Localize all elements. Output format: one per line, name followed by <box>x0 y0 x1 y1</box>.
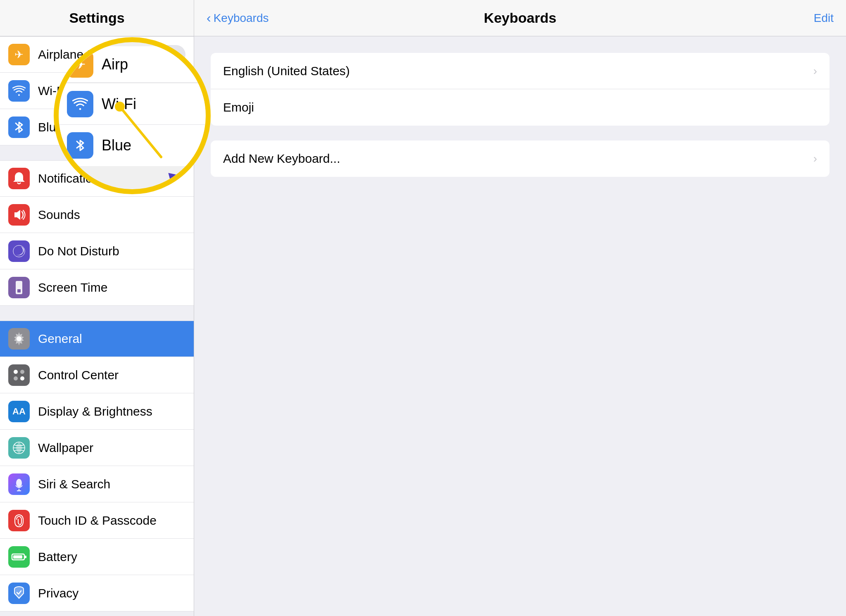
sidebar-item-controlcenter[interactable]: Control Center <box>0 357 194 393</box>
add-keyboard-item[interactable]: Add New Keyboard... › <box>211 140 829 177</box>
svg-point-10 <box>16 479 22 487</box>
controlcenter-label: Control Center <box>38 368 185 382</box>
sidebar-item-displaybrightness[interactable]: AA Display & Brightness <box>0 393 194 430</box>
settings-title: Settings <box>69 10 124 26</box>
battery-icon <box>8 546 30 568</box>
general-label: General <box>38 332 185 346</box>
screentime-icon <box>8 277 30 298</box>
sidebar-item-screentime[interactable]: Screen Time <box>0 269 194 306</box>
mag-bluetooth-icon <box>67 132 93 159</box>
displaybrightness-icon: AA <box>8 401 30 422</box>
battery-label: Battery <box>38 550 185 564</box>
yellow-dot-indicator <box>115 102 125 112</box>
sounds-icon <box>8 204 30 226</box>
mag-bluetooth-label: Blue <box>102 137 131 154</box>
keyboard-english-label: English (United States) <box>223 64 813 78</box>
keyboards-list: English (United States) › Emoji <box>211 53 829 126</box>
displaybrightness-label: Display & Brightness <box>38 404 185 419</box>
sidebar-item-wallpaper[interactable]: Wallpaper <box>0 430 194 466</box>
wallpaper-icon <box>8 437 30 459</box>
airplane-icon: ✈ <box>8 44 30 65</box>
add-keyboard-chevron: › <box>813 152 817 165</box>
svg-point-5 <box>20 370 24 374</box>
keyboards-header: ‹ Keyboards Keyboards Edit <box>194 0 846 36</box>
svg-point-4 <box>14 370 18 374</box>
sidebar-item-privacy[interactable]: Privacy <box>0 575 194 611</box>
privacy-icon <box>8 583 30 604</box>
privacy-label: Privacy <box>38 586 185 600</box>
touchid-label: Touch ID & Passcode <box>38 514 185 528</box>
sidebar-item-general[interactable]: General <box>0 321 194 357</box>
back-button[interactable]: ‹ Keyboards <box>207 10 269 26</box>
sidebar-item-battery[interactable]: Battery <box>0 539 194 575</box>
edit-button[interactable]: Edit <box>814 12 834 25</box>
wifi-icon <box>8 80 30 102</box>
settings-sidebar: Settings ✈ Airplane Mode Wi-Fi <box>0 0 194 616</box>
keyboard-english-chevron: › <box>813 64 817 78</box>
keyboard-item-english[interactable]: English (United States) › <box>211 53 829 89</box>
sounds-label: Sounds <box>38 208 185 222</box>
keyboards-content: English (United States) › Emoji Add New … <box>194 36 846 208</box>
svg-rect-2 <box>17 289 21 293</box>
svg-marker-0 <box>14 210 20 220</box>
sidebar-item-donotdisturb[interactable]: Do Not Disturb <box>0 233 194 269</box>
add-keyboard-group: Add New Keyboard... › <box>211 140 829 177</box>
back-button-label: Keyboards <box>214 12 269 25</box>
mag-wifi-icon <box>67 91 93 117</box>
notifications-icon <box>8 168 30 189</box>
keyboard-emoji-label: Emoji <box>223 100 817 114</box>
controlcenter-icon <box>8 364 30 386</box>
cursor-arrow: ▶ <box>167 167 180 183</box>
magnifier-overlay: ✈ Airp Wi-Fi <box>54 37 211 194</box>
magnifier-circle: ✈ Airp Wi-Fi <box>54 37 211 194</box>
add-keyboard-label: Add New Keyboard... <box>223 152 813 166</box>
settings-group-general: General Control Center AA Display & Brig… <box>0 321 194 611</box>
sidebar-item-sounds[interactable]: Sounds <box>0 197 194 233</box>
sidebar-item-touchid[interactable]: Touch ID & Passcode <box>0 502 194 539</box>
donotdisturb-label: Do Not Disturb <box>38 244 185 258</box>
donotdisturb-icon <box>8 240 30 262</box>
keyboard-item-emoji[interactable]: Emoji <box>211 89 829 126</box>
general-icon <box>8 328 30 350</box>
mag-airplane-icon: ✈ <box>67 51 93 78</box>
siri-icon <box>8 473 30 495</box>
svg-rect-15 <box>25 556 26 558</box>
bluetooth-icon <box>8 117 30 138</box>
sidebar-item-sirisearch[interactable]: Siri & Search <box>0 466 194 502</box>
back-chevron-icon: ‹ <box>207 10 211 26</box>
keyboards-panel: ‹ Keyboards Keyboards Edit English (Unit… <box>194 0 846 616</box>
touchid-icon <box>8 510 30 531</box>
keyboards-title: Keyboards <box>484 10 556 26</box>
wallpaper-label: Wallpaper <box>38 441 185 455</box>
sirisearch-label: Siri & Search <box>38 477 185 491</box>
screentime-label: Screen Time <box>38 281 185 295</box>
svg-point-6 <box>14 376 18 381</box>
mag-airplane-label: Airp <box>102 56 128 73</box>
settings-header: Settings <box>0 0 194 36</box>
svg-point-7 <box>20 376 24 381</box>
svg-rect-14 <box>13 555 22 559</box>
